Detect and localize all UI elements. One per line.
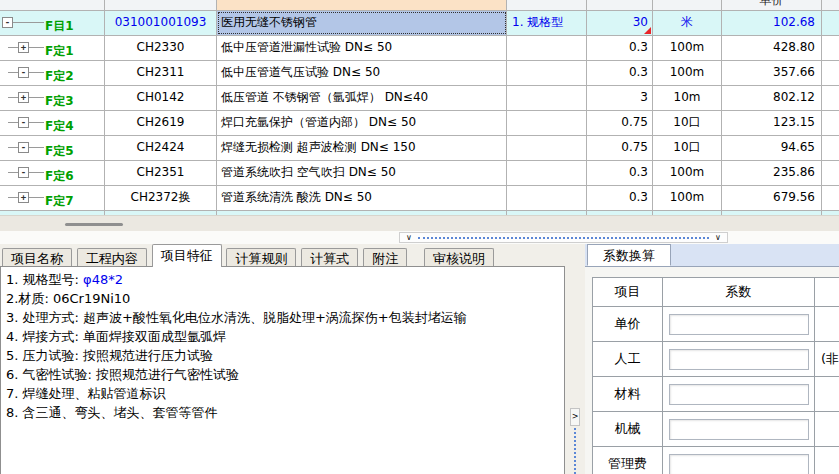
tab-item-feature[interactable]: 项目特征 [152, 244, 222, 267]
cell-code[interactable]: CH2424 [105, 136, 217, 160]
expand-toggle-icon[interactable]: + [18, 42, 29, 53]
expand-toggle-icon[interactable]: + [18, 192, 29, 203]
tab-review-note[interactable]: 审核说明 [424, 248, 494, 268]
cell-code[interactable]: CH2351 [105, 161, 217, 185]
table-row[interactable]: +F定1 CH2330 低中压管道泄漏性试验 DN≤ 50 0.3 100m 4… [0, 36, 839, 61]
tab-work-content[interactable]: 工程内容 [77, 248, 147, 268]
cell-unit[interactable]: 10m [653, 86, 722, 110]
cell-qty[interactable]: 0.75 [587, 136, 653, 160]
cell-unit[interactable]: 100m [653, 61, 722, 85]
cell-unit[interactable]: 100m [653, 186, 722, 210]
cell-extra[interactable] [822, 161, 839, 185]
collapse-toggle-icon[interactable]: - [18, 117, 29, 128]
cell-price[interactable]: 357.66 [722, 61, 822, 85]
cell-price[interactable]: 802.12 [722, 86, 822, 110]
collapsible-splitter[interactable]: ∨ ∨ [399, 232, 728, 243]
chevron-right-icon[interactable]: > [570, 408, 580, 426]
collapse-toggle-icon[interactable]: - [18, 167, 29, 178]
vertical-splitter[interactable]: > [567, 266, 585, 474]
cell-note-marker [644, 27, 651, 34]
coeff-row: 单价 [593, 307, 839, 342]
cell-price[interactable]: 679.56 [722, 186, 822, 210]
table-row[interactable]: +F定3 CH0142 低压管道 不锈钢管（氩弧焊） DN≤40 3 10m 8… [0, 86, 839, 111]
tree-cell: -F定2 [0, 61, 105, 85]
cell-price[interactable]: 102.68 [722, 11, 822, 35]
table-row[interactable]: -F定4 CH2619 焊口充氩保护（管道内部） DN≤ 50 0.75 10口… [0, 111, 839, 136]
cell-unit[interactable]: 100m [653, 36, 722, 60]
splitter-grip[interactable] [65, 223, 123, 226]
cell-unit[interactable]: 100m [653, 161, 722, 185]
cell-qty[interactable]: 0.75 [587, 111, 653, 135]
cell-extra[interactable] [822, 136, 839, 160]
cell-feature[interactable] [507, 186, 587, 210]
cell-unit[interactable]: 10口 [653, 136, 722, 160]
table-row[interactable]: -F定2 CH2311 低中压管道气压试验 DN≤ 50 0.3 100m 35… [0, 61, 839, 86]
cell-code[interactable]: CH2330 [105, 36, 217, 60]
collapse-toggle-icon[interactable]: - [18, 142, 29, 153]
cell-qty[interactable]: 30 [587, 11, 653, 35]
coeff-tabbar: 系数换算 [585, 244, 839, 267]
cell-price[interactable]: 428.80 [722, 36, 822, 60]
cell-extra[interactable] [822, 36, 839, 60]
cell-qty[interactable]: 0.3 [587, 61, 653, 85]
cell-extra[interactable] [822, 61, 839, 85]
collapse-toggle-icon[interactable]: - [18, 67, 29, 78]
cell-code[interactable]: 031001001093 [105, 11, 217, 35]
collapse-toggle-icon[interactable]: - [2, 17, 13, 28]
cell-feature[interactable] [507, 61, 587, 85]
cell-qty[interactable]: 0.3 [587, 161, 653, 185]
cell-name[interactable]: 低中压管道气压试验 DN≤ 50 [217, 61, 507, 85]
table-row[interactable]: -F定6 CH2351 管道系统吹扫 空气吹扫 DN≤ 50 0.3 100m … [0, 161, 839, 186]
cell-extra[interactable] [822, 186, 839, 210]
splitter-dotted-line[interactable] [418, 237, 709, 239]
cell-price[interactable]: 235.86 [722, 161, 822, 185]
chevron-down-icon[interactable]: ∨ [709, 233, 727, 242]
splitter-dotted-line[interactable] [574, 428, 576, 474]
table-row[interactable]: -F定5 CH2424 焊缝无损检测 超声波检测 DN≤ 150 0.75 10… [0, 136, 839, 161]
cell-name[interactable]: 管道系统吹扫 空气吹扫 DN≤ 50 [217, 161, 507, 185]
tab-item-name[interactable]: 项目名称 [2, 248, 72, 268]
material-coeff-input[interactable] [669, 384, 809, 405]
horizontal-splitter[interactable] [0, 215, 839, 232]
coeff-row: 材料 [593, 377, 839, 412]
cell-extra[interactable] [822, 111, 839, 135]
cell-feature[interactable]: 1. 规格型 [507, 11, 587, 35]
cell-name-selected[interactable]: 医用无缝不锈钢管 [217, 11, 507, 35]
tab-calc-rule[interactable]: 计算规则 [226, 248, 296, 268]
cell-name[interactable]: 低压管道 不锈钢管（氩弧焊） DN≤40 [217, 86, 507, 110]
table-row[interactable]: +F定7 CH2372换 管道系统清洗 酸洗 DN≤ 50 0.3 100m 6… [0, 186, 839, 211]
cell-feature[interactable] [507, 111, 587, 135]
tab-calc-formula[interactable]: 计算式 [301, 248, 358, 268]
cell-extra[interactable] [822, 86, 839, 110]
cell-code[interactable]: CH2619 [105, 111, 217, 135]
cell-feature[interactable] [507, 136, 587, 160]
cell-unit[interactable]: 10口 [653, 111, 722, 135]
cell-extra[interactable] [822, 11, 839, 35]
tab-coefficient-convert[interactable]: 系数换算 [587, 244, 671, 266]
machine-coeff-input[interactable] [669, 419, 809, 440]
cell-feature[interactable] [507, 36, 587, 60]
chevron-down-icon[interactable]: ∨ [400, 233, 418, 242]
cell-unit[interactable]: 米 [653, 11, 722, 35]
cell-feature[interactable] [507, 161, 587, 185]
cell-price[interactable]: 123.15 [722, 111, 822, 135]
cell-qty[interactable]: 0.3 [587, 36, 653, 60]
tab-note[interactable]: 附注 [363, 248, 407, 268]
table-row[interactable]: - F目1 031001001093 医用无缝不锈钢管 1. 规格型 30 米 … [0, 11, 839, 36]
management-fee-coeff-input[interactable] [669, 454, 809, 474]
expand-toggle-icon[interactable]: + [18, 92, 29, 103]
unit-price-coeff-input[interactable] [669, 314, 809, 335]
cell-name[interactable]: 低中压管道泄漏性试验 DN≤ 50 [217, 36, 507, 60]
cell-feature[interactable] [507, 86, 587, 110]
cell-name[interactable]: 焊缝无损检测 超声波检测 DN≤ 150 [217, 136, 507, 160]
feature-text-area[interactable]: 1. 规格型号: φ48*2 2.材质: 06Cr19Ni10 3. 处理方式:… [0, 266, 565, 474]
cell-name[interactable]: 焊口充氩保护（管道内部） DN≤ 50 [217, 111, 507, 135]
cell-name[interactable]: 管道系统清洗 酸洗 DN≤ 50 [217, 186, 507, 210]
cell-qty[interactable]: 0.3 [587, 186, 653, 210]
labor-coeff-input[interactable] [669, 349, 809, 370]
cell-code[interactable]: CH2311 [105, 61, 217, 85]
cell-code[interactable]: CH2372换 [105, 186, 217, 210]
cell-code[interactable]: CH0142 [105, 86, 217, 110]
cell-qty[interactable]: 3 [587, 86, 653, 110]
cell-price[interactable]: 94.65 [722, 136, 822, 160]
